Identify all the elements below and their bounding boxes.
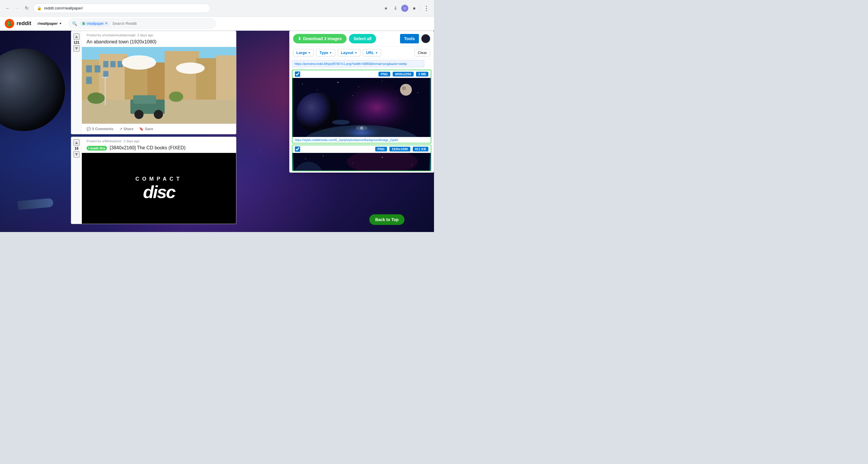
downvote-btn-2[interactable]: ▼ — [73, 151, 80, 158]
size-filter-label: Large — [296, 51, 307, 55]
nav-buttons: ← → ↻ — [4, 4, 31, 12]
svg-rect-11 — [86, 77, 92, 84]
profile-circle[interactable]: U — [401, 4, 409, 12]
image-item-header-1: PNG 4000x2250 3 MB — [292, 70, 431, 78]
browser-chrome: ← → ↻ 🔒 reddit.com/r/wallpaper/ ★ ⇓ U ■ … — [0, 0, 434, 16]
url-filter-chevron: ▼ — [375, 52, 378, 54]
type-filter-chevron: ▼ — [330, 52, 332, 54]
back-to-top-button[interactable]: Back to Top — [369, 214, 404, 225]
svg-rect-13 — [111, 61, 116, 67]
vote-sidebar-2: ▲ 16 ▼ — [71, 137, 82, 224]
download-arrow-icon: ⬇ — [298, 36, 301, 41]
svg-point-56 — [347, 153, 418, 171]
vote-sidebar-1: ▲ 121 ▼ — [71, 31, 82, 134]
post-header-1: Posted by u/muhaiminulislamsajib 2 days … — [82, 31, 236, 38]
svg-point-28 — [302, 84, 303, 84]
post-age-2: 2 days ago — [123, 139, 140, 143]
post-title-1: An abandoned town (1920x1080) — [82, 38, 236, 47]
downvote-btn-1[interactable]: ▼ — [73, 45, 80, 52]
user-avatar-circle — [421, 34, 430, 43]
search-tag-icon: 🐉 — [82, 22, 85, 25]
search-tag-close[interactable]: ✕ — [105, 22, 107, 25]
size-filter-btn[interactable]: Large ▼ — [293, 49, 314, 56]
post-body-1: Posted by u/muhaiminulislamsajib 2 days … — [82, 31, 236, 134]
cd-image: COMPACT disc — [82, 153, 236, 224]
post-body-2: Posted by u/Winksplorer 2 days ago I mad… — [82, 137, 236, 224]
image-url-bar-1: https://styles.redditmedia.com/t5_2qmjl/… — [292, 137, 431, 143]
bookmark-icon[interactable]: ★ — [382, 4, 390, 12]
svg-rect-8 — [216, 56, 236, 105]
post-actions-1: 💬 0 Comments ↗ Share 🔖 Save — [82, 124, 236, 134]
abandoned-town-image — [82, 47, 236, 124]
comment-icon-1: 💬 — [87, 127, 91, 131]
upvote-btn-1[interactable]: ▲ — [73, 33, 80, 40]
format-badge-1: PNG — [378, 72, 390, 76]
image-preview-space-1 — [292, 78, 431, 137]
image-item-2: PNG 1920x1080 811 KB — [292, 145, 431, 171]
url-filter-btn[interactable]: URL ▼ — [363, 49, 381, 56]
share-icon-1: ↗ — [119, 127, 122, 131]
abandoned-town-svg — [82, 47, 236, 124]
forward-button[interactable]: → — [13, 4, 21, 12]
tools-label: Tools — [404, 36, 415, 41]
post-age-1: 2 days ago — [137, 33, 153, 37]
svg-point-29 — [317, 90, 318, 90]
post-title-2: I made this [3840x2160] The CD books (FI… — [82, 144, 236, 153]
svg-point-21 — [134, 110, 144, 119]
svg-rect-15 — [103, 71, 108, 77]
format-badge-2: PNG — [375, 147, 387, 152]
svg-point-26 — [176, 63, 205, 74]
downloader-panel: ⬇ Download 3 images Select all Tools Lar… — [289, 31, 434, 173]
svg-rect-12 — [103, 61, 108, 67]
reddit-brand: reddit — [17, 20, 31, 27]
reddit-icon: 🐉 — [5, 19, 14, 28]
image-checkbox-1[interactable] — [295, 71, 300, 77]
url-field[interactable]: https://preview.redd.it/hjzp9t7iih7c1.pn… — [292, 60, 424, 67]
extension-btn[interactable]: ■ — [410, 4, 418, 12]
reload-button[interactable]: ↻ — [23, 4, 31, 12]
upvote-btn-2[interactable]: ▲ — [73, 139, 80, 146]
download-images-button[interactable]: ⬇ Download 3 images — [293, 34, 346, 43]
comments-btn-1[interactable]: 💬 0 Comments — [84, 125, 116, 133]
svg-rect-18 — [102, 77, 109, 78]
select-all-label: Select all — [354, 36, 372, 41]
search-tag-label: r/wallpaper — [87, 22, 104, 26]
reddit-logo: 🐉 reddit — [5, 19, 31, 28]
downloader-filters: Large ▼ Type ▼ Layout ▼ URL ▼ Clear — [289, 47, 434, 59]
comments-label-1: 0 Comments — [92, 127, 114, 131]
svg-point-25 — [122, 56, 156, 70]
url-text: reddit.com/r/wallpaper/ — [44, 6, 83, 10]
clear-button[interactable]: Clear — [414, 49, 430, 56]
url-field-container: https://preview.redd.it/hjzp9t7iih7c1.pn… — [289, 59, 434, 68]
image-preview-space-2 — [292, 153, 431, 171]
main-content: ▲ 121 ▼ Posted by u/muhaiminulislamsajib… — [0, 31, 434, 232]
back-button[interactable]: ← — [4, 4, 12, 12]
svg-point-46 — [402, 86, 406, 90]
address-bar[interactable]: 🔒 reddit.com/r/wallpaper/ — [33, 4, 210, 13]
save-btn-1[interactable]: 🔖 Save — [137, 125, 155, 133]
url-filter-label: URL — [366, 51, 374, 55]
size-badge-1: 3 MB — [416, 72, 428, 76]
menu-btn[interactable]: ⋮ — [422, 4, 430, 12]
svg-rect-17 — [104, 77, 106, 105]
share-btn-1[interactable]: ↗ Share — [117, 125, 135, 133]
select-all-button[interactable]: Select all — [349, 34, 376, 43]
image-item-header-2: PNG 1920x1080 811 KB — [292, 145, 431, 153]
save-icon-1: 🔖 — [139, 127, 144, 131]
subreddit-name: r/wallpaper — [37, 21, 58, 26]
type-filter-btn[interactable]: Type ▼ — [316, 49, 335, 56]
feed-container: ▲ 121 ▼ Posted by u/muhaiminulislamsajib… — [71, 31, 236, 232]
type-filter-label: Type — [319, 51, 328, 55]
layout-filter-btn[interactable]: Layout ▼ — [338, 49, 361, 56]
svg-point-47 — [332, 120, 350, 125]
download-manager-icon[interactable]: ⇓ — [391, 4, 399, 12]
search-icon: 🔍 — [72, 21, 77, 26]
svg-point-23 — [88, 92, 104, 104]
tools-button[interactable]: Tools — [400, 34, 419, 43]
subreddit-selector[interactable]: r/wallpaper ▼ — [35, 20, 65, 27]
search-input[interactable] — [112, 21, 212, 26]
vote-count-1: 121 — [73, 40, 80, 44]
svg-rect-20 — [133, 95, 156, 104]
svg-point-45 — [400, 84, 412, 96]
image-checkbox-2[interactable] — [295, 146, 300, 152]
